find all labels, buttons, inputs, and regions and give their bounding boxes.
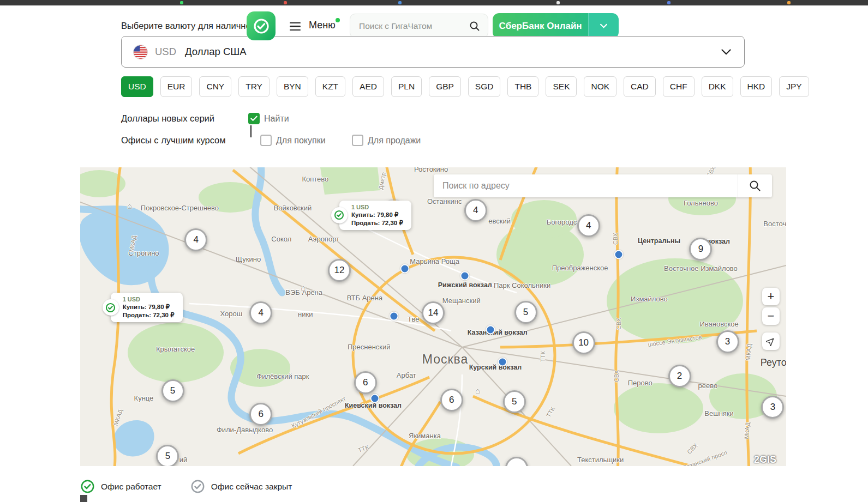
sberbank-online-button[interactable]: СберБанк Онлайн <box>493 13 619 39</box>
map-cluster-marker[interactable]: 4 <box>464 199 487 222</box>
map-cluster-marker[interactable] <box>505 457 528 466</box>
map-cluster-marker[interactable]: 12 <box>328 259 351 282</box>
landmark-icon: ⌂ <box>301 282 306 292</box>
map-cluster-marker[interactable]: 5 <box>161 379 184 402</box>
sell-checkbox-label[interactable]: Для продажи <box>368 136 421 146</box>
sber-check-icon <box>253 17 270 35</box>
map-cluster-marker[interactable]: 9 <box>689 238 712 261</box>
tooltip-sell-rate: Продать: 72,30 ₽ <box>351 219 406 227</box>
buy-checkbox[interactable] <box>260 135 272 146</box>
page-title: Выберите валюту для наличног <box>121 21 254 31</box>
currency-tab-gbp[interactable]: GBP <box>429 76 461 97</box>
rate-tooltip[interactable]: 1 USD Купить: 79,80 ₽ Продать: 72,30 ₽ <box>111 293 183 322</box>
currency-tab-kzt[interactable]: KZT <box>315 76 345 97</box>
landmark-icon: ⌂ <box>127 201 132 210</box>
buy-checkbox-label[interactable]: Для покупки <box>276 136 326 146</box>
currency-tab-pln[interactable]: PLN <box>391 76 422 97</box>
map-place-label: Преображенское <box>552 264 608 272</box>
currency-tab-try[interactable]: TRY <box>238 76 270 97</box>
map-place-label: Арбат <box>397 371 416 379</box>
browser-chrome-strip <box>0 0 868 5</box>
map-cluster-marker[interactable]: 5 <box>156 445 179 466</box>
search-icon <box>469 21 480 32</box>
search-icon <box>749 179 762 192</box>
currency-tab-sek[interactable]: SEK <box>546 76 577 97</box>
map-cluster-marker[interactable]: 6 <box>249 403 272 426</box>
legend-closed-label: Офис сейчас закрыт <box>211 482 292 492</box>
transit-station-icon <box>389 311 398 320</box>
map-place-label: Крылатское <box>156 345 195 353</box>
currency-tab-jpy[interactable]: JPY <box>779 76 809 97</box>
address-search[interactable] <box>434 174 772 197</box>
locate-me-button[interactable] <box>762 332 780 350</box>
check-icon <box>250 116 258 122</box>
sber-logo[interactable] <box>247 11 276 40</box>
zoom-out-button[interactable]: − <box>762 307 780 325</box>
office-closed-icon <box>190 479 205 494</box>
map-cluster-marker[interactable]: 2 <box>668 365 691 388</box>
map-cluster-marker[interactable]: 14 <box>422 301 445 324</box>
menu-button[interactable]: Меню <box>309 20 336 31</box>
address-search-input[interactable] <box>434 174 738 197</box>
map-place-label: Реуто <box>761 356 786 368</box>
rate-tooltip[interactable]: 1 USD Купить: 79,80 ₽ Продать: 72,30 ₽ <box>339 201 411 230</box>
map-cluster-marker[interactable]: 6 <box>354 371 377 394</box>
map-cluster-marker[interactable]: 5 <box>514 301 537 324</box>
map-canvas[interactable]: РостокиноКоптевоОстанкинсВойковскийПокро… <box>80 167 786 466</box>
currency-tab-aed[interactable]: AED <box>352 76 384 97</box>
map-place-label: Аэропорт <box>308 234 339 243</box>
zoom-in-button[interactable]: + <box>762 288 780 305</box>
currency-tab-byn[interactable]: BYN <box>277 76 308 97</box>
transit-station-icon <box>486 325 495 335</box>
sber-office-badge-icon <box>103 299 119 316</box>
sberbank-online-label: СберБанк Онлайн <box>493 13 588 39</box>
map-cluster-marker[interactable]: 5 <box>503 390 526 413</box>
menu-burger-icon[interactable] <box>290 22 301 31</box>
map-place-label: Щукино <box>236 255 261 263</box>
currency-tab-thb[interactable]: THB <box>507 76 538 97</box>
map-place-label: Покровское-Стрешнево <box>141 203 219 211</box>
currency-tab-hkd[interactable]: HKD <box>740 76 773 97</box>
currency-tab-sgd[interactable]: SGD <box>468 76 501 97</box>
navigation-arrow-icon <box>766 336 776 346</box>
menu-notification-dot <box>336 18 340 22</box>
map-place-label: Гольяново <box>684 199 718 207</box>
chevron-down-icon[interactable] <box>588 13 619 39</box>
currency-select[interactable]: USD Доллар США <box>121 36 745 68</box>
transit-station-icon <box>460 271 470 280</box>
find-checkbox-label[interactable]: Найти <box>264 114 289 124</box>
transit-station-icon <box>614 250 624 259</box>
map-place-label: Коптево <box>302 174 328 183</box>
map-cluster-marker[interactable]: 4 <box>249 301 272 324</box>
gigachat-search[interactable] <box>350 14 488 38</box>
map-cluster-marker[interactable]: 4 <box>577 214 600 237</box>
map-cluster-marker[interactable]: 3 <box>716 330 739 353</box>
map-place-label: Марьина Роща <box>410 257 459 265</box>
office-open-icon <box>80 479 95 494</box>
currency-tab-usd[interactable]: USD <box>121 76 153 97</box>
currency-tab-dkk[interactable]: DKK <box>702 76 733 97</box>
map-place-label: Парк Сокольники <box>494 281 550 289</box>
transit-station-icon <box>498 357 507 366</box>
selected-currency-name: Доллар США <box>185 46 247 58</box>
map-cluster-marker[interactable]: 4 <box>184 228 207 251</box>
map-cluster-marker[interactable]: 6 <box>440 389 463 412</box>
map-place-label: Курский вокзал <box>469 364 522 371</box>
map-legend: Офис работает Офис сейчас закрыт <box>80 479 321 494</box>
currency-tab-chf[interactable]: CHF <box>663 76 695 97</box>
map-place-label: Рижский вокзал <box>438 281 492 289</box>
map-place-label: Хорош <box>220 309 243 317</box>
sell-checkbox[interactable] <box>352 135 363 146</box>
map-place-label: Центральны <box>638 237 680 245</box>
map-cluster-marker[interactable]: 3 <box>761 396 784 419</box>
address-search-button[interactable] <box>738 174 772 197</box>
map-place-label: ВТБ Арена <box>347 293 382 301</box>
map-place-label: ТТК <box>540 351 546 362</box>
currency-tab-cad[interactable]: CAD <box>624 76 656 97</box>
currency-tab-cny[interactable]: CNY <box>199 76 231 97</box>
currency-tab-nok[interactable]: NOK <box>584 76 616 97</box>
find-checkbox[interactable] <box>248 113 260 124</box>
map-cluster-marker[interactable]: 10 <box>572 331 595 354</box>
currency-tab-eur[interactable]: EUR <box>160 76 193 97</box>
gigachat-search-input[interactable] <box>358 21 469 32</box>
